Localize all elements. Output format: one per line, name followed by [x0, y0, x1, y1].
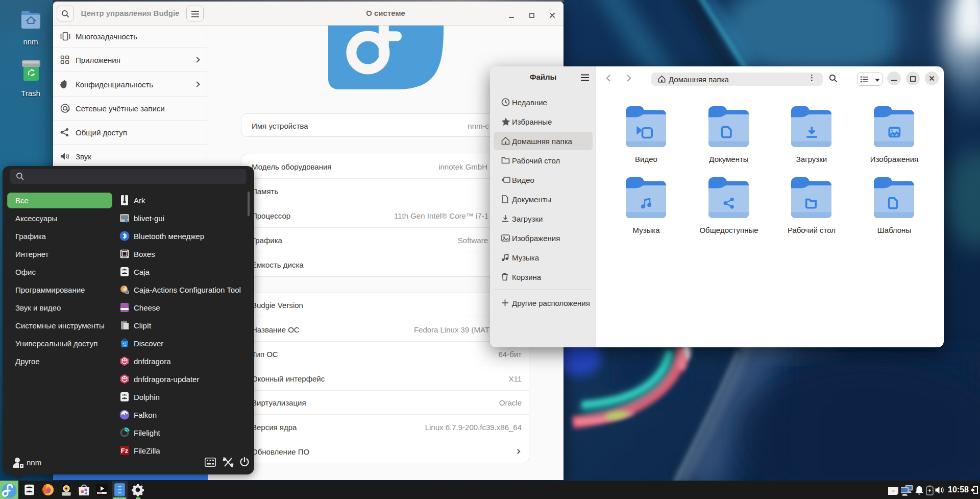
svg-text:Fz: Fz	[121, 447, 129, 455]
